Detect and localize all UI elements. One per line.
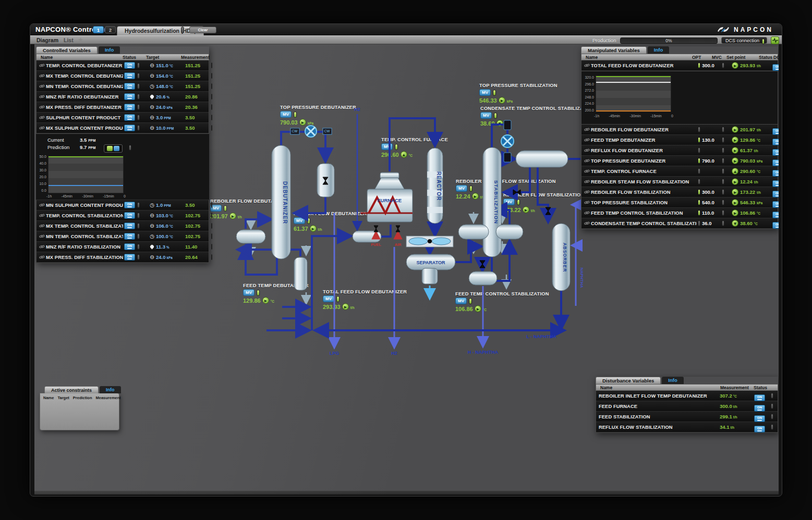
view-button-1[interactable]: 1 (93, 26, 104, 33)
status-badge[interactable]: ON (124, 254, 135, 261)
status-badge[interactable]: ON (124, 104, 135, 110)
status-badge[interactable]: ON (772, 149, 779, 156)
status-badge[interactable]: ON (124, 114, 135, 121)
status-badge[interactable]: ON (754, 405, 765, 412)
table-row[interactable]: MX TEMP. CONTROL DEBUTANIZER ON 154.0°C … (37, 71, 209, 81)
mvc-pill[interactable] (722, 63, 724, 68)
status-badge[interactable]: ON (754, 415, 765, 422)
status-badge[interactable]: ON (124, 233, 135, 240)
status-badge[interactable]: ON (772, 64, 779, 71)
dcs-connection-button[interactable]: DCS connection (721, 37, 767, 44)
status-badge[interactable]: ON (772, 128, 779, 135)
mvc-pill[interactable] (722, 220, 724, 226)
status-badge[interactable]: ON (754, 426, 765, 432)
bottom-scroll-strip[interactable] (34, 491, 779, 494)
tab-controlled-variables[interactable]: Controlled Variables (36, 46, 98, 54)
status-badge[interactable]: ON (124, 222, 135, 229)
row-end-pill (771, 393, 773, 399)
table-row[interactable]: MX PRESS. DIFF STABILIZATION ON 24.0kPa … (37, 252, 209, 263)
row-end-pill (771, 414, 773, 419)
table-row[interactable]: FEED TEMP CONTROL STABILIZATION 110.0 ▸1… (581, 208, 778, 218)
mvc-pill[interactable] (722, 168, 724, 174)
opt-value: 790.0 (702, 158, 714, 164)
link-icon (39, 223, 45, 229)
fuel-label: FUEL (371, 242, 381, 247)
tab-cv-info[interactable]: Info (99, 46, 120, 54)
mvc-pill[interactable] (722, 147, 724, 153)
link-icon (584, 220, 590, 226)
manipulated-variables-panel: Manipulated Variables Info Name OPT MVC … (581, 46, 778, 229)
status-badge[interactable]: ON (124, 93, 135, 100)
activity-button[interactable] (771, 36, 779, 44)
table-row[interactable]: REBOILER FLOW DEBUTANIZER ▸201.97t/h ON (581, 125, 778, 135)
table-row[interactable]: MN SULPHUR CONTENT PRODUCT ON 1.0PPM 3.5… (37, 200, 209, 211)
table-row[interactable]: MX TEMP. CONTROL STABILIZATION ON 106.0°… (37, 221, 209, 231)
table-row[interactable]: REBOILER STEAM FLOW STABILIZATION ▸12.24… (581, 177, 778, 187)
status-badge[interactable]: ON (772, 212, 779, 218)
tab-dv-info[interactable]: Info (662, 377, 683, 384)
mvc-pill[interactable] (722, 158, 724, 164)
table-row[interactable]: CONDENSATE TEMP CONTROL STABILIZATION 36… (581, 218, 778, 229)
mvc-pill[interactable] (722, 127, 724, 132)
row-end-pill (211, 83, 212, 89)
status-badge[interactable]: ON (772, 222, 779, 229)
target-type-icon (149, 125, 155, 131)
table-row[interactable]: MNZ R/F RATIO DEBUTANIZER ON 20.6% 20.86 (37, 92, 209, 102)
table-row[interactable]: REFLUX FLOW DEBUTANIZER ▸61.37t/h ON (581, 145, 778, 156)
favorite-star-icon[interactable]: ★ (78, 37, 83, 43)
status-badge[interactable]: ON (772, 170, 779, 177)
status-badge[interactable]: ON (124, 72, 135, 79)
table-row[interactable]: FEED TEMP DEBUTANIZER 130.0 ▸129.86°C ON (581, 135, 778, 145)
table-row[interactable]: FEED STABILIZATION 299.1t/h ON (596, 412, 778, 422)
trend-toggle[interactable] (104, 144, 123, 153)
mvc-pill[interactable] (722, 189, 724, 195)
status-badge[interactable]: ON (124, 212, 135, 219)
mvc-pill[interactable] (722, 210, 724, 216)
table-row[interactable]: REFLUX FLOW STABILIZATION 34.1t/h ON (596, 422, 778, 432)
table-row[interactable]: TEMP. CONTROL STABILIZATION ON 103.0°C 1… (37, 211, 209, 221)
tab-manipulated-variables[interactable]: Manipulated Variables (581, 46, 647, 54)
status-badge[interactable]: ON (124, 62, 135, 69)
status-badge[interactable]: ON (772, 139, 779, 145)
table-row[interactable]: SULPHUR CONTENT PRODUCT ON 3.0PPM 3.50 (37, 113, 209, 123)
status-badge[interactable]: ON (124, 125, 135, 131)
tab-active-constraints[interactable]: Active constraints (44, 386, 99, 393)
status-badge[interactable]: ON (772, 191, 779, 197)
status-badge[interactable]: ON (772, 180, 779, 187)
mvc-pill[interactable] (722, 179, 724, 184)
setpoint-arrow-icon: ▸ (732, 209, 738, 216)
mvc-pill[interactable] (722, 137, 724, 143)
table-row[interactable]: TOP PRESSURE STABILIZATION 540.0 ▸546.33… (581, 197, 778, 208)
status-badge[interactable]: ON (754, 394, 765, 401)
status-badge[interactable]: ON (124, 83, 135, 90)
cv-target: 100.0°C (149, 233, 184, 239)
valve-icon (396, 226, 400, 232)
table-row[interactable]: TEMP. CONTROL DEBUTANIZER ON 151.0°C 151… (37, 60, 209, 71)
table-row[interactable]: TOTAL FEED FLOW DEBUTANIZER 300.0 ▸293.9… (581, 60, 778, 71)
status-badge[interactable]: ON (772, 201, 779, 208)
table-row[interactable]: MNZ R/F RATIO STABILIZATION ON 11.3% 11.… (37, 242, 209, 252)
tab-disturbance-variables[interactable]: Disturbance Variables (596, 377, 661, 384)
view-button-2[interactable]: 2 (105, 26, 116, 33)
status-badge[interactable]: ON (124, 243, 135, 250)
table-row[interactable]: MN TEMP. CONTROL DEBUTANIZER ON 148.0°C … (37, 81, 209, 92)
table-row[interactable]: MX PRESS. DIFF DEBUTANIZER ON 24.0kPa 20… (37, 102, 209, 113)
tab-ac-info[interactable]: Info (100, 386, 121, 393)
mvc-pill[interactable] (722, 200, 724, 205)
table-row[interactable]: TEMP. CONTROL FURNACE ▴290.60°C ON (581, 166, 778, 177)
tab-mv-info[interactable]: Info (648, 46, 669, 54)
table-row[interactable]: REBOILER INLET FLOW TEMP DEBUTANIZER 307… (596, 391, 778, 401)
table-row[interactable]: MN TEMP. CONTROL STABILIZATION ON 100.0°… (37, 231, 209, 242)
table-row[interactable]: FEED FURNACE 300.0t/h ON (596, 401, 778, 412)
status-badge[interactable]: ON (124, 202, 135, 208)
tab-list[interactable]: List (64, 37, 74, 43)
mv-name: TOTAL FEED FLOW DEBUTANIZER (591, 63, 697, 68)
tab-diagram[interactable]: Diagram (37, 37, 58, 43)
status-badge[interactable]: ON (772, 159, 779, 166)
table-row[interactable]: TOP PRESSURE DEBUTANIZER 790.0 ▸790.03kP… (581, 156, 778, 166)
table-row[interactable]: REBOILER FLOW STABILIZATION 300.0 ▸173.2… (581, 187, 778, 197)
link-icon (584, 210, 590, 216)
cv-measurement: 151.25 (185, 73, 210, 79)
clear-button[interactable]: Clear (189, 27, 216, 33)
table-row[interactable]: MX SULPHUR CONTENT PRODUCT ON 10.0PPM 3.… (37, 123, 209, 133)
